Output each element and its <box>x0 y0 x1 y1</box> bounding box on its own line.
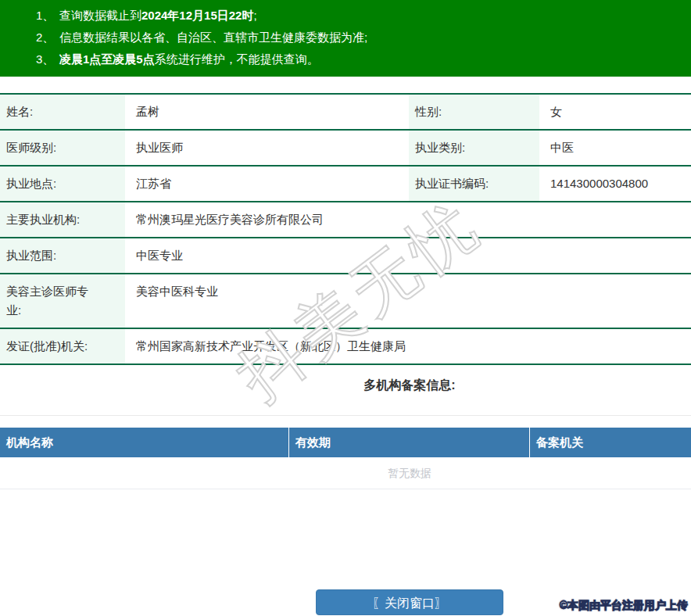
notice-banner: 1、 查询数据截止到2024年12月15日22时; 2、 信息数据结果以各省、自… <box>0 0 691 77</box>
section-title-backup-records: 多机构备案信息: <box>0 365 691 415</box>
page-content: 姓名: 孟树 性别: 女 医师级别: 执业医师 执业类别: 中医 执业地点: 江… <box>0 93 691 615</box>
field-label-practice-place: 执业地点: <box>0 167 125 201</box>
doctor-info-table: 姓名: 孟树 性别: 女 医师级别: 执业医师 执业类别: 中医 执业地点: 江… <box>0 93 691 365</box>
field-value-doctor-level: 执业医师 <box>125 131 409 165</box>
table-row: 发证(批准)机关: 常州国家高新技术产业开发区（新北区）卫生健康局 <box>0 329 691 365</box>
backup-records-table: 机构名称 有效期 备案机关 暂无数据 <box>0 428 691 489</box>
empty-data-text: 暂无数据 <box>0 457 691 489</box>
field-value-practice-place: 江苏省 <box>125 167 409 201</box>
field-value-certificate-no: 141430000304800 <box>539 167 691 201</box>
table-row: 姓名: 孟树 性别: 女 <box>0 95 691 131</box>
notice-text: 凌晨1点至凌晨5点系统进行维护，不能提供查询。 <box>59 48 319 70</box>
field-value-main-institution: 常州澳玛星光医疗美容诊所有限公司 <box>125 202 691 237</box>
field-label-name: 姓名: <box>0 95 125 129</box>
notice-line: 1、 查询数据截止到2024年12月15日22时; <box>0 5 691 27</box>
table-row: 执业地点: 江苏省 执业证书编码: 141430000304800 <box>0 167 691 202</box>
column-header-institution-name: 机构名称 <box>0 428 289 457</box>
notice-text: 信息数据结果以各省、自治区、直辖市卫生健康委数据为准; <box>59 27 367 48</box>
field-value-name: 孟树 <box>125 95 409 129</box>
table-row: 医师级别: 执业医师 执业类别: 中医 <box>0 131 691 167</box>
button-row: 〖关闭窗口〗 <box>0 589 691 615</box>
field-label-gender: 性别: <box>409 95 539 129</box>
field-label-practice-type: 执业类别: <box>409 131 539 165</box>
notice-line: 2、 信息数据结果以各省、自治区、直辖市卫生健康委数据为准; <box>0 27 691 48</box>
field-value-practice-scope: 中医专业 <box>125 238 691 273</box>
field-value-cosmetic-specialty: 美容中医科专业 <box>125 274 691 328</box>
column-header-validity-period: 有效期 <box>289 428 530 457</box>
table-row: 执业范围: 中医专业 <box>0 238 691 274</box>
notice-number: 2、 <box>36 27 59 48</box>
close-window-button[interactable]: 〖关闭窗口〗 <box>316 589 503 615</box>
notice-line: 3、 凌晨1点至凌晨5点系统进行维护，不能提供查询。 <box>0 48 691 70</box>
field-label-certificate-no: 执业证书编码: <box>409 167 539 201</box>
notice-number: 1、 <box>36 5 59 27</box>
field-value-gender: 女 <box>539 95 691 129</box>
field-label-doctor-level: 医师级别: <box>0 131 125 165</box>
field-value-practice-type: 中医 <box>539 131 691 165</box>
backup-table-header: 机构名称 有效期 备案机关 <box>0 428 691 457</box>
column-header-record-authority: 备案机关 <box>530 428 691 457</box>
field-label-main-institution: 主要执业机构: <box>0 202 125 237</box>
field-label-issuing-authority: 发证(批准)机关: <box>0 329 125 364</box>
field-label-cosmetic-specialty: 美容主诊医师专业: <box>0 274 125 328</box>
table-row: 主要执业机构: 常州澳玛星光医疗美容诊所有限公司 <box>0 202 691 238</box>
notice-number: 3、 <box>36 48 59 70</box>
field-label-practice-scope: 执业范围: <box>0 238 125 273</box>
divider <box>0 415 691 416</box>
field-value-issuing-authority: 常州国家高新技术产业开发区（新北区）卫生健康局 <box>125 329 691 364</box>
table-row: 美容主诊医师专业: 美容中医科专业 <box>0 274 691 329</box>
notice-text: 查询数据截止到2024年12月15日22时; <box>59 5 257 27</box>
